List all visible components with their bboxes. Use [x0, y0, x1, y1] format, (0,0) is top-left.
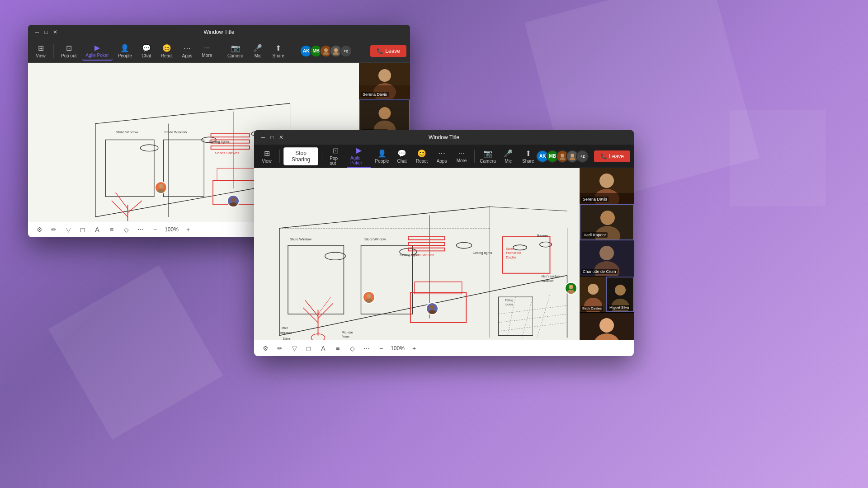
sep-2-3 [474, 150, 475, 163]
mic-icon-2: 🎤 [504, 149, 513, 158]
svg-text:transition: transition [542, 279, 554, 282]
svg-point-3 [333, 52, 339, 55]
annotation-avatar-wb2-1 [363, 291, 375, 304]
shapes-bottom-btn-2[interactable]: ◻ [303, 343, 315, 354]
people-button-1[interactable]: 👤 People [114, 42, 136, 60]
zoom-out-btn-1[interactable]: − [149, 224, 161, 235]
svg-line-6 [95, 103, 290, 124]
chat-button-1[interactable]: 💬 Chat [137, 42, 156, 60]
svg-point-10 [140, 145, 158, 151]
separator-2 [220, 44, 220, 58]
react-button-2[interactable]: 😊 React [413, 147, 431, 165]
annotation-avatar-1 [155, 181, 167, 194]
whiteboard-2[interactable]: Shoes Shelves Sales Promotions Display [254, 168, 580, 340]
svg-line-51 [279, 207, 490, 229]
svg-point-0 [324, 48, 328, 52]
apps-icon: ⋯ [184, 44, 191, 52]
leave-button-1[interactable]: 📞 Leave [370, 45, 406, 57]
mic-button-1[interactable]: 🎤 Mic [249, 42, 267, 60]
mic-button-2[interactable]: 🎤 Mic [499, 147, 517, 165]
more-bottom-btn-1[interactable]: ⋯ [135, 224, 146, 235]
apps-button-2[interactable]: ⋯ Apps [433, 147, 451, 165]
svg-point-113 [599, 174, 614, 188]
shapes-bottom-btn-1[interactable]: ◻ [77, 224, 89, 235]
share-button-1[interactable]: ⬆ Share [269, 42, 288, 60]
participants-avatars-1: AK MB +2 [302, 45, 352, 57]
svg-text:Men's section: Men's section [542, 275, 560, 278]
leave-button-2[interactable]: 📞 Leave [594, 150, 630, 162]
align-bottom-btn-1[interactable]: ≡ [106, 224, 118, 235]
text-bottom-btn-1[interactable]: A [91, 224, 103, 235]
popout-button-2[interactable]: ⊡ Pop out [326, 145, 345, 168]
pen-bottom-btn-2[interactable]: ✏ [274, 343, 286, 354]
align-bottom-btn-2[interactable]: ≡ [332, 343, 344, 354]
bg-shape-3 [682, 62, 868, 254]
share-button-2[interactable]: ⬆ Share [519, 147, 537, 165]
view-icon-2: ⊞ [264, 149, 270, 158]
window-title-2: Window Title [429, 134, 459, 141]
apps-button-1[interactable]: ⋯ Apps [178, 42, 196, 60]
chat-button-2[interactable]: 💬 Chat [393, 147, 411, 165]
people-icon-2: 👤 [377, 149, 387, 158]
chat-icon: 💬 [142, 44, 151, 52]
svg-text:Banner: Banner [537, 234, 548, 238]
maximize-button-2[interactable]: □ [269, 134, 276, 141]
svg-point-58 [325, 252, 346, 260]
react-button-1[interactable]: 😊 React [157, 42, 176, 60]
window-title-1: Window Title [203, 29, 234, 35]
agile-poker-button-1[interactable]: ▶ Agile Poker [82, 42, 112, 61]
people-button-2[interactable]: 👤 People [373, 147, 391, 165]
svg-point-1 [323, 52, 329, 55]
minimize-button-1[interactable]: ─ [33, 28, 41, 36]
svg-line-22 [112, 201, 128, 217]
more-button-2[interactable]: ··· More [453, 147, 471, 165]
zoom-in-btn-2[interactable]: + [408, 343, 420, 354]
people-icon: 👤 [120, 44, 129, 52]
svg-line-77 [303, 308, 318, 323]
camera-button-1[interactable]: 📷 Camera [224, 42, 247, 60]
svg-text:Display: Display [506, 256, 516, 259]
agile-poker-button-2[interactable]: ▶ Agile Poker [347, 144, 371, 168]
avatar-count-2: +2 [576, 150, 589, 163]
camera-icon-2: 📷 [483, 149, 492, 158]
svg-rect-63 [288, 245, 344, 314]
close-button-2[interactable]: ✕ [278, 134, 285, 141]
more-button-1[interactable]: ··· More [198, 42, 216, 60]
maximize-button-1[interactable]: □ [42, 28, 50, 36]
minimize-button-2[interactable]: ─ [259, 134, 267, 141]
svg-line-54 [490, 207, 567, 211]
pen-bottom-btn-1[interactable]: ✏ [48, 224, 60, 235]
titlebar-2: Window Title ─ □ ✕ [254, 130, 634, 145]
stop-sharing-button[interactable]: Stop Sharing [283, 147, 319, 165]
phone-icon-2: 📞 [600, 153, 607, 160]
text-bottom-btn-2[interactable]: A [317, 343, 329, 354]
settings-bottom-btn-1[interactable]: ⚙ [33, 224, 45, 235]
svg-point-107 [365, 299, 373, 303]
select-bottom-btn-2[interactable]: ◇ [346, 343, 358, 354]
svg-point-108 [430, 305, 434, 310]
share-icon-2: ⬆ [525, 149, 531, 158]
filter-bottom-btn-1[interactable]: ▽ [62, 224, 74, 235]
svg-rect-65 [408, 237, 445, 240]
close-button-1[interactable]: ✕ [52, 28, 59, 36]
zoom-in-btn-1[interactable]: + [182, 224, 194, 235]
filter-bottom-btn-2[interactable]: ▽ [288, 343, 300, 354]
popout-icon-2: ⊡ [333, 146, 339, 155]
view-button-2[interactable]: ⊞ View [258, 147, 276, 165]
svg-point-61 [513, 245, 527, 250]
view-button-1[interactable]: ⊞ View [32, 42, 50, 60]
video-card-beth-miguel: Beth Davies Miguel Silva [580, 277, 634, 313]
svg-rect-13 [105, 140, 154, 197]
svg-point-48 [570, 157, 575, 160]
svg-point-117 [600, 211, 615, 225]
select-bottom-btn-1[interactable]: ◇ [120, 224, 132, 235]
popout-button-1[interactable]: ⊡ Pop out [57, 42, 80, 60]
camera-button-2[interactable]: 📷 Camera [478, 147, 498, 165]
more-bottom-btn-2[interactable]: ⋯ [361, 343, 373, 354]
video-card-serena-2: Serena Davis [580, 168, 634, 204]
svg-point-124 [588, 284, 599, 295]
svg-text:Store Window: Store Window [364, 237, 386, 241]
zoom-out-btn-2[interactable]: − [375, 343, 387, 354]
svg-text:Mid-size: Mid-size [342, 331, 353, 334]
settings-bottom-btn-2[interactable]: ⚙ [259, 343, 271, 354]
